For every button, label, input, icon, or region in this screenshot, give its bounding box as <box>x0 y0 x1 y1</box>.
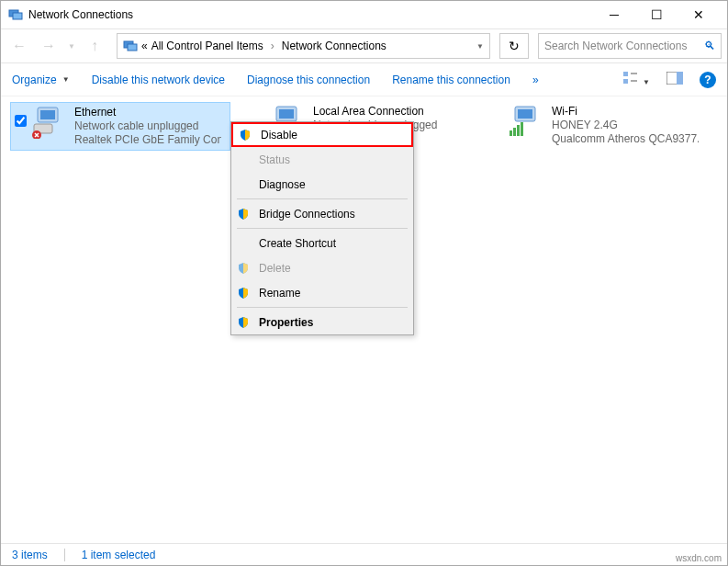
shield-icon <box>237 316 250 329</box>
svg-rect-11 <box>40 110 55 119</box>
back-button[interactable]: ← <box>6 33 32 59</box>
svg-rect-9 <box>677 72 683 85</box>
history-dropdown[interactable]: ▼ <box>65 33 78 59</box>
connection-name: Local Area Connection <box>313 105 437 119</box>
up-button[interactable]: ↑ <box>82 33 107 59</box>
menu-delete: Delete <box>231 255 413 280</box>
minimize-button[interactable]: ─ <box>593 1 635 28</box>
svg-rect-6 <box>631 73 637 74</box>
connection-status: Network cable unplugged <box>74 119 221 133</box>
menu-separator <box>237 198 408 199</box>
connection-name: Ethernet <box>74 106 221 119</box>
connection-ethernet[interactable]: Ethernet Network cable unplugged Realtek… <box>10 102 230 151</box>
status-divider <box>64 549 65 561</box>
svg-rect-19 <box>518 109 532 119</box>
svg-rect-7 <box>631 80 637 82</box>
shield-icon <box>237 208 250 221</box>
disable-device-button[interactable]: Disable this network device <box>92 74 225 86</box>
control-panel-icon <box>123 39 138 53</box>
svg-rect-15 <box>279 109 294 119</box>
shield-icon <box>237 262 250 275</box>
toolbar-right: ▼ ? <box>623 72 716 88</box>
connection-wifi[interactable]: Wi-Fi HONEY 2.4G Qualcomm Atheros QCA937… <box>506 102 708 151</box>
breadcrumb-dropdown[interactable]: ▼ <box>476 42 484 51</box>
refresh-button[interactable]: ↻ <box>499 33 529 59</box>
menu-create-shortcut[interactable]: Create Shortcut <box>231 231 413 255</box>
breadcrumb[interactable]: « All Control Panel Items › Network Conn… <box>117 33 490 59</box>
search-icon[interactable]: 🔍︎ <box>704 40 715 52</box>
svg-rect-22 <box>517 125 520 136</box>
shield-icon <box>239 129 252 142</box>
connection-name: Wi-Fi <box>552 105 699 119</box>
connection-device: Realtek PCIe GbE Family Con <box>74 133 221 147</box>
rename-connection-button[interactable]: Rename this connection <box>392 74 510 86</box>
close-button[interactable]: ✕ <box>678 1 720 28</box>
menu-diagnose[interactable]: Diagnose <box>231 172 413 197</box>
forward-button[interactable]: → <box>36 33 62 59</box>
breadcrumb-separator: › <box>271 40 274 52</box>
wifi-icon <box>510 105 546 138</box>
toolbar: Organize ▼ Disable this network device D… <box>1 63 727 96</box>
menu-separator <box>237 228 408 229</box>
menu-status: Status <box>231 147 413 172</box>
svg-rect-3 <box>128 44 137 51</box>
menu-properties[interactable]: Properties <box>231 310 413 334</box>
menu-disable[interactable]: Disable <box>231 122 413 147</box>
breadcrumb-item-2[interactable]: Network Connections <box>282 40 386 52</box>
connection-device: Qualcomm Atheros QCA9377... <box>552 132 699 146</box>
menu-bridge[interactable]: Bridge Connections <box>231 201 413 226</box>
svg-rect-1 <box>13 13 22 19</box>
menu-separator <box>237 307 408 308</box>
organize-button[interactable]: Organize ▼ <box>12 74 70 86</box>
view-icons-button[interactable]: ▼ <box>623 72 650 87</box>
navigation-bar: ← → ▼ ↑ « All Control Panel Items › Netw… <box>1 28 727 63</box>
breadcrumb-item-1[interactable]: All Control Panel Items <box>151 40 263 52</box>
network-connections-icon <box>8 7 23 22</box>
menu-rename[interactable]: Rename <box>231 280 413 305</box>
context-menu: Disable Status Diagnose Bridge Connectio… <box>230 121 414 335</box>
svg-rect-5 <box>623 79 628 84</box>
svg-rect-4 <box>623 72 628 76</box>
svg-rect-20 <box>510 130 512 136</box>
ethernet-icon <box>32 106 69 139</box>
toolbar-more-button[interactable]: » <box>532 74 539 86</box>
title-bar: Network Connections ─ ☐ ✕ <box>1 1 727 28</box>
svg-rect-21 <box>513 128 516 136</box>
status-selected-count: 1 item selected <box>82 549 156 561</box>
search-placeholder: Search Network Connections <box>544 40 687 52</box>
window-title: Network Connections <box>28 8 593 21</box>
status-item-count: 3 items <box>12 549 48 561</box>
diagnose-connection-button[interactable]: Diagnose this connection <box>247 74 370 86</box>
maximize-button[interactable]: ☐ <box>635 1 678 28</box>
shield-icon <box>237 287 250 300</box>
ethernet-checkbox[interactable] <box>15 115 27 127</box>
watermark: wsxdn.com <box>676 553 722 563</box>
chevron-down-icon: ▼ <box>62 75 70 84</box>
search-input[interactable]: Search Network Connections 🔍︎ <box>538 33 722 59</box>
connection-status: HONEY 2.4G <box>552 119 699 132</box>
help-button[interactable]: ? <box>700 72 716 88</box>
status-bar: 3 items 1 item selected <box>1 543 727 565</box>
svg-rect-23 <box>521 122 523 136</box>
breadcrumb-prefix: « <box>141 40 148 52</box>
preview-pane-button[interactable] <box>666 72 683 87</box>
